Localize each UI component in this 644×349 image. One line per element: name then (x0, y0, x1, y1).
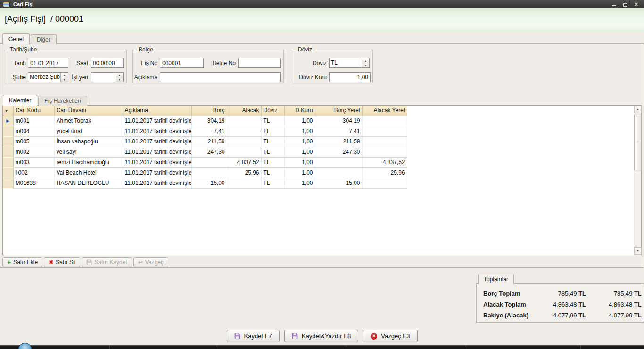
table-row[interactable]: M01638HASAN DEREOGLU11.01.2017 tarihli d… (3, 178, 407, 188)
table-row[interactable]: i 002Val Beach Hotel11.01.2017 tarihli d… (3, 167, 407, 178)
cell-doviz[interactable]: TL (261, 167, 284, 178)
cell-aciklama[interactable]: 11.01.2017 tarihli devir işle (123, 167, 191, 178)
satir-ekle-button[interactable]: + Satır Ekle (2, 257, 42, 267)
cell-borc[interactable] (191, 157, 227, 167)
cell-cari-kodu[interactable]: m005 (13, 136, 54, 147)
cell-borc[interactable]: 211,59 (191, 136, 227, 147)
minimize-icon[interactable] (612, 5, 616, 6)
row-selector-cell[interactable] (3, 147, 13, 157)
column-header-doviz[interactable]: Döviz (261, 106, 284, 116)
spin-down-icon[interactable]: ▼ (362, 63, 369, 67)
cell-d-kuru[interactable]: 1,00 (284, 147, 315, 157)
cell-alacak[interactable] (227, 126, 261, 136)
cell-borc-yerel[interactable]: 304,19 (315, 116, 362, 126)
vazgec-row-button[interactable]: ↩ Vazgeç (133, 257, 168, 267)
cell-cari-unvani[interactable]: Val Beach Hotel (54, 167, 123, 178)
cell-aciklama[interactable]: 11.01.2017 tarihli devir işle (123, 147, 191, 157)
table-row[interactable]: m003remzi Hacıhamdioğlu11.01.2017 tarihl… (3, 157, 407, 167)
column-header-aciklama[interactable]: Açıklama (123, 106, 191, 116)
vertical-scrollbar[interactable]: ▲ = ▼ (634, 106, 641, 255)
cell-borc[interactable] (191, 167, 227, 178)
spin-up-icon[interactable]: ▲ (362, 58, 369, 63)
cell-alacak[interactable] (227, 178, 261, 188)
satir-sil-button[interactable]: ✖ Satır Sil (44, 257, 80, 267)
table-row[interactable]: ▶m001Ahmet Toprak11.01.2017 tarihli devi… (3, 116, 407, 126)
kaydet-yazdir-button[interactable]: Kaydet&Yazdır F8 (284, 330, 359, 342)
table-row[interactable]: m005İhsan vahapoğlu11.01.2017 tarihli de… (3, 136, 407, 147)
tab-fis-hareketleri[interactable]: Fiş Hareketleri (38, 96, 87, 106)
cell-aciklama[interactable]: 11.01.2017 tarihli devir işle (123, 136, 191, 147)
cell-cari-kodu[interactable]: i 002 (13, 167, 54, 178)
totals-tab[interactable]: Toplamlar (478, 274, 514, 284)
table-row[interactable]: m004yücel ünal11.01.2017 tarihli devir i… (3, 126, 407, 136)
cell-alacak[interactable]: 4.837,52 (227, 157, 261, 167)
cell-cari-kodu[interactable]: M01638 (13, 178, 54, 188)
cell-aciklama[interactable]: 11.01.2017 tarihli devir işle (123, 126, 191, 136)
cell-cari-unvani[interactable]: yücel ünal (54, 126, 123, 136)
row-selector-cell[interactable] (3, 178, 13, 188)
tarih-input[interactable] (28, 58, 68, 68)
sube-spinner[interactable]: Merkez Şube ▲ ▼ (28, 72, 68, 82)
cell-alacak[interactable] (227, 136, 261, 147)
islyeri-spinner[interactable]: ▲ ▼ (91, 72, 124, 82)
cell-d-kuru[interactable]: 1,00 (284, 136, 315, 147)
cell-borc-yerel[interactable]: 211,59 (315, 136, 362, 147)
cell-aciklama[interactable]: 11.01.2017 tarihli devir işle (123, 178, 191, 188)
cell-d-kuru[interactable]: 1,00 (284, 116, 315, 126)
cell-alacak-yerel[interactable]: 4.837,52 (362, 157, 407, 167)
tab-diger[interactable]: Diğer (31, 34, 57, 44)
spin-down-icon[interactable]: ▼ (61, 77, 68, 82)
cell-doviz[interactable]: TL (261, 147, 284, 157)
taskbar[interactable] (0, 345, 644, 349)
cell-aciklama[interactable]: 11.01.2017 tarihli devir işle (123, 116, 191, 126)
cell-borc-yerel[interactable] (315, 167, 362, 178)
start-orb[interactable] (18, 343, 32, 349)
column-header-cari-kodu[interactable]: Cari Kodu (13, 106, 54, 116)
cell-cari-unvani[interactable]: remzi Hacıhamdioğlu (54, 157, 123, 167)
cell-alacak-yerel[interactable] (362, 126, 407, 136)
cell-cari-kodu[interactable]: m004 (13, 126, 54, 136)
aciklama-input[interactable] (160, 72, 281, 82)
cell-borc[interactable]: 15,00 (191, 178, 227, 188)
column-header-alacak[interactable]: Alacak (227, 106, 261, 116)
saat-input[interactable] (91, 58, 124, 68)
spin-up-icon[interactable]: ▲ (61, 73, 68, 77)
cell-cari-kodu[interactable]: m003 (13, 157, 54, 167)
fis-no-input[interactable] (160, 58, 204, 68)
filter-dropdown-icon[interactable]: ▼ (5, 109, 8, 113)
cell-cari-kodu[interactable]: m002 (13, 147, 54, 157)
cell-doviz[interactable]: TL (261, 116, 284, 126)
cell-borc[interactable]: 247,30 (191, 147, 227, 157)
cell-alacak[interactable] (227, 147, 261, 157)
tab-genel[interactable]: Genel (2, 33, 30, 44)
spin-down-icon[interactable]: ▼ (116, 77, 123, 82)
cell-d-kuru[interactable]: 1,00 (284, 167, 315, 178)
tab-kalemler[interactable]: Kalemler (3, 95, 37, 106)
kaydet-button[interactable]: Kaydet F7 (227, 330, 280, 342)
satiri-kaydet-button[interactable]: Satırı Kaydet (82, 257, 132, 267)
cell-borc[interactable]: 7,41 (191, 126, 227, 136)
cell-d-kuru[interactable]: 1,00 (284, 178, 315, 188)
cell-doviz[interactable]: TL (261, 178, 284, 188)
table-row[interactable]: m002veli sayı11.01.2017 tarihli devir iş… (3, 147, 407, 157)
cell-d-kuru[interactable]: 1,00 (284, 126, 315, 136)
cell-doviz[interactable]: TL (261, 157, 284, 167)
row-selector-cell[interactable] (3, 126, 13, 136)
cell-cari-unvani[interactable]: veli sayı (54, 147, 123, 157)
row-selector-cell[interactable] (3, 157, 13, 167)
column-header-selector[interactable]: ▼ (3, 106, 13, 116)
close-icon[interactable]: ✕ (634, 2, 638, 7)
cell-borc-yerel[interactable]: 7,41 (315, 126, 362, 136)
cell-alacak-yerel[interactable] (362, 116, 407, 126)
cell-cari-unvani[interactable]: Ahmet Toprak (54, 116, 123, 126)
cell-doviz[interactable]: TL (261, 136, 284, 147)
cell-alacak[interactable]: 25,96 (227, 167, 261, 178)
cell-d-kuru[interactable]: 1,00 (284, 157, 315, 167)
cell-borc-yerel[interactable] (315, 157, 362, 167)
spin-up-icon[interactable]: ▲ (116, 73, 123, 77)
belge-no-input[interactable] (238, 58, 281, 68)
vazgec-button[interactable]: ✕ Vazgeç F3 (363, 330, 417, 342)
cell-doviz[interactable]: TL (261, 126, 284, 136)
column-header-d-kuru[interactable]: D.Kuru (284, 106, 315, 116)
column-header-borc[interactable]: Borç (191, 106, 227, 116)
